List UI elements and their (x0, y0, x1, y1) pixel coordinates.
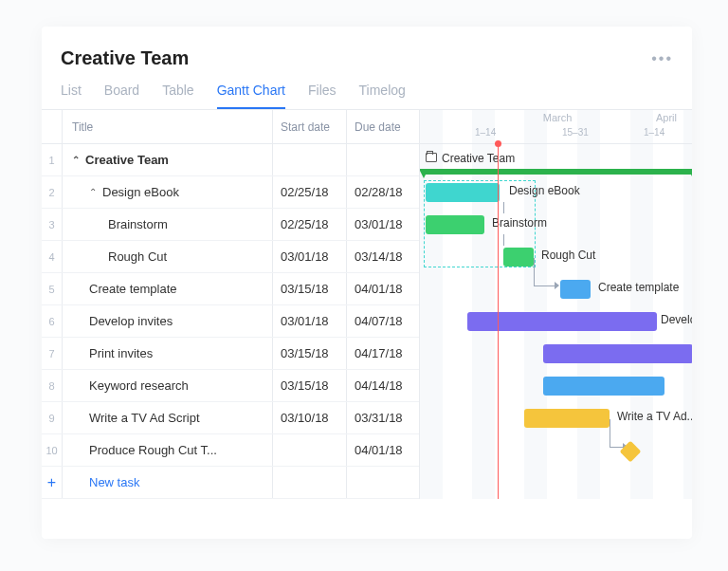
new-task-label: New task (89, 475, 139, 489)
gantt-bar-label: Brainstorm (492, 216, 547, 230)
timeline-header: March April 1–14 15–31 1–14 (420, 110, 692, 144)
view-tabs: List Board Table Gantt Chart Files Timel… (42, 83, 692, 109)
table-row[interactable]: 2 ⌃Design eBook 02/25/18 02/28/18 (42, 176, 419, 209)
task-title: Create template (89, 282, 177, 296)
gantt-folder-label: Creative Team (442, 152, 515, 165)
table-row[interactable]: 9 Write a TV Ad Script 03/10/18 03/31/18 (42, 402, 419, 434)
table-row[interactable]: 4 Rough Cut 03/01/18 03/14/18 (42, 241, 419, 273)
tab-table[interactable]: Table (162, 83, 193, 109)
dependency-arrow (534, 258, 558, 286)
col-title[interactable]: Title (63, 110, 273, 143)
task-title: Design eBook (102, 185, 179, 199)
table-row[interactable]: 6 Develop invites 03/01/18 04/07/18 (42, 305, 419, 338)
month-label: April (628, 112, 692, 123)
table-row[interactable]: 3 Brainstorm 02/25/18 03/01/18 (42, 209, 419, 241)
table-row[interactable]: 7 Print invites 03/15/18 04/17/18 (42, 338, 419, 370)
caret-icon[interactable]: ⌃ (72, 155, 80, 165)
tab-board[interactable]: Board (104, 83, 139, 109)
table-row[interactable]: 10 Produce Rough Cut T... 04/01/18 (42, 434, 419, 467)
task-title: Print invites (89, 346, 153, 360)
gantt-bar-roughcut[interactable] (503, 248, 534, 267)
task-title: Produce Rough Cut T... (89, 443, 217, 457)
gantt-bar-label: Develop... (661, 313, 692, 326)
header: Creative Team ••• (42, 27, 692, 69)
gantt-bar-develop[interactable] (467, 312, 657, 331)
today-indicator (498, 144, 499, 499)
task-title: Brainstorm (108, 217, 168, 231)
gantt-bar-brainstorm[interactable] (426, 215, 484, 234)
task-title: Develop invites (89, 314, 173, 328)
month-label: March (519, 112, 595, 123)
table-row[interactable]: 8 Keyword research 03/15/18 04/14/18 (42, 370, 419, 402)
task-table: Title Start date Due date 1 ⌃Creative Te… (42, 110, 419, 499)
dependency-arrow (610, 419, 627, 448)
tab-list[interactable]: List (61, 83, 82, 109)
gantt-bar-keyword[interactable] (543, 377, 664, 396)
col-start[interactable]: Start date (273, 110, 347, 143)
caret-icon[interactable]: ⌃ (89, 187, 97, 197)
tab-timelog[interactable]: Timelog (359, 83, 406, 109)
task-title: Rough Cut (108, 249, 167, 264)
more-menu-icon[interactable]: ••• (651, 50, 673, 67)
column-headers: Title Start date Due date (42, 110, 419, 144)
gantt-bar-label: Create template (598, 281, 679, 294)
col-num (42, 110, 63, 143)
gantt-folder-bar[interactable] (424, 169, 692, 175)
gantt-bar-writetv[interactable] (524, 409, 610, 428)
gantt-bar-create-template[interactable] (560, 280, 591, 299)
tab-files[interactable]: Files (308, 83, 337, 109)
gantt-grid: Title Start date Due date 1 ⌃Creative Te… (42, 109, 692, 499)
gantt-bar-label: Design eBook (509, 184, 580, 197)
timeline-body[interactable]: Creative Team Design eBook Brainstorm Ro… (420, 144, 692, 499)
folder-icon (426, 153, 437, 162)
app-card: Creative Team ••• List Board Table Gantt… (42, 27, 692, 539)
task-title: Creative Team (85, 153, 169, 167)
new-task-row[interactable]: + New task (42, 467, 419, 499)
timeline[interactable]: March April 1–14 15–31 1–14 Creative Tea… (419, 110, 692, 499)
col-due[interactable]: Due date (347, 110, 419, 143)
task-title: Keyword research (89, 378, 189, 393)
table-row[interactable]: 5 Create template 03/15/18 04/01/18 (42, 273, 419, 305)
task-title: Write a TV Ad Script (89, 411, 200, 425)
table-row[interactable]: 1 ⌃Creative Team (42, 144, 419, 176)
gantt-bar-print[interactable] (543, 344, 692, 363)
gantt-bar-label: Write a TV Ad... (617, 410, 692, 423)
page-title: Creative Team (61, 47, 189, 69)
tab-gantt[interactable]: Gantt Chart (217, 83, 285, 109)
plus-icon[interactable]: + (42, 467, 63, 498)
gantt-bar-design-ebook[interactable] (426, 183, 500, 202)
